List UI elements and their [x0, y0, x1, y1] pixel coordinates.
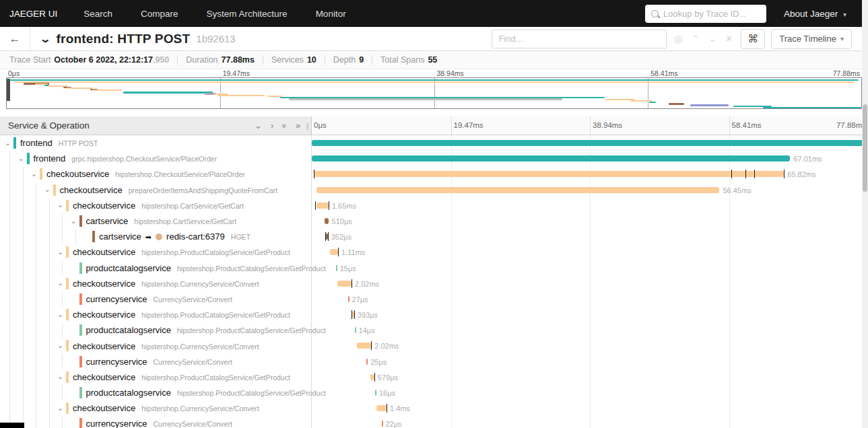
- row-collapse-chevron-icon[interactable]: ⌄: [57, 341, 63, 350]
- span-duration-bar[interactable]: [370, 374, 374, 380]
- tree-row[interactable]: ⌄frontendgrpc.hipstershop.CheckoutServic…: [0, 151, 311, 166]
- service-color-bar: [92, 231, 95, 242]
- span-bar-row[interactable]: 16μs: [312, 385, 868, 400]
- span-duration-bar[interactable]: [336, 265, 337, 271]
- span-duration-bar[interactable]: [312, 155, 790, 162]
- span-bar-row[interactable]: 15μs: [312, 260, 868, 276]
- span-bar-row[interactable]: 22μs: [312, 416, 868, 428]
- span-bar-row[interactable]: 67.01ms: [312, 151, 868, 166]
- tree-guide-line: [23, 322, 24, 338]
- span-duration-bar[interactable]: [376, 405, 387, 411]
- back-button[interactable]: ←: [0, 27, 30, 50]
- operation-name: CurrencyService/Convert: [154, 295, 232, 304]
- span-duration-bar[interactable]: [382, 421, 383, 427]
- collapse-one-icon[interactable]: ⌄: [255, 120, 262, 131]
- keyboard-shortcuts-button[interactable]: ⌘: [741, 29, 765, 49]
- span-bar-row[interactable]: [312, 135, 868, 151]
- row-collapse-chevron-icon[interactable]: ⌄: [57, 201, 63, 209]
- span-duration-bar[interactable]: [330, 249, 338, 255]
- nav-item-system-architecture[interactable]: System Architecture: [193, 9, 302, 19]
- row-collapse-chevron-icon[interactable]: ⌄: [57, 279, 63, 287]
- service-name: checkoutservice: [73, 247, 135, 257]
- span-bar-row[interactable]: 27μs: [312, 291, 868, 307]
- tree-row[interactable]: ⌄checkoutserviceprepareOrderItemsAndShip…: [0, 182, 311, 198]
- tree-row[interactable]: currencyserviceCurrencyService/Convert: [0, 354, 311, 369]
- span-bar-row[interactable]: 352μs: [312, 229, 868, 244]
- span-bar-row[interactable]: 1.65ms: [312, 198, 868, 213]
- nav-item-search[interactable]: Search: [69, 9, 127, 19]
- tree-row[interactable]: ⌄checkoutservicehipstershop.CurrencyServ…: [0, 400, 311, 416]
- expand-one-icon[interactable]: ›: [271, 120, 273, 131]
- page-scrollbar[interactable]: [862, 0, 868, 428]
- trace-view-selector[interactable]: Trace Timeline ▾: [771, 29, 852, 49]
- tree-row[interactable]: ⌄checkoutservicehipstershop.ProductCatal…: [0, 369, 311, 385]
- trace-id-input[interactable]: [663, 9, 760, 19]
- tree-row[interactable]: currencyserviceCurrencyService/Convert: [0, 416, 311, 428]
- row-collapse-chevron-icon[interactable]: ⌄: [57, 372, 63, 381]
- span-duration-bar[interactable]: [357, 343, 371, 349]
- clear-find-icon[interactable]: ✕: [725, 34, 733, 44]
- span-bar-row[interactable]: 1.4ms: [312, 400, 868, 416]
- span-duration-bar[interactable]: [316, 187, 720, 193]
- row-collapse-chevron-icon[interactable]: ⌄: [57, 404, 63, 413]
- span-duration-bar[interactable]: [348, 296, 349, 302]
- locate-icon[interactable]: ◎: [673, 33, 682, 45]
- span-duration-bar[interactable]: [375, 390, 376, 396]
- tree-row[interactable]: ⌄checkoutservicehipstershop.CurrencyServ…: [0, 338, 311, 353]
- scrollbar-thumb[interactable]: [863, 104, 867, 192]
- span-bar-row[interactable]: 56.45ms: [312, 182, 868, 198]
- tree-row[interactable]: ⌄checkoutservicehipstershop.CheckoutServ…: [0, 166, 311, 182]
- row-collapse-chevron-icon[interactable]: ⌄: [44, 185, 51, 194]
- tree-row[interactable]: ⌄checkoutservicehipstershop.ProductCatal…: [0, 307, 311, 322]
- collapse-trace-chevron-icon[interactable]: ⌄: [39, 33, 51, 45]
- span-bar-row[interactable]: 2.02ms: [312, 338, 868, 353]
- tree-row[interactable]: ⌄frontendHTTP POST: [0, 135, 311, 151]
- span-bar-row[interactable]: 2.02ms: [312, 276, 868, 291]
- tree-row[interactable]: ⌄checkoutservicehipstershop.ProductCatal…: [0, 244, 311, 260]
- next-result-icon[interactable]: ⌄: [708, 34, 716, 44]
- tree-guide-line: [23, 307, 24, 322]
- span-bar-row[interactable]: 393μs: [312, 307, 868, 322]
- tree-row[interactable]: ⌄checkoutservicehipstershop.CurrencyServ…: [0, 276, 311, 291]
- span-rows-area: ⌄frontendHTTP POST⌄frontendgrpc.hipsters…: [0, 135, 868, 428]
- span-duration-bar[interactable]: [312, 140, 868, 146]
- row-collapse-chevron-icon[interactable]: ⌄: [31, 170, 37, 178]
- span-bar-row[interactable]: 25μs: [312, 354, 868, 369]
- nav-item-compare[interactable]: Compare: [127, 9, 193, 19]
- find-box[interactable]: [492, 30, 667, 48]
- find-input[interactable]: [498, 34, 660, 44]
- span-bar-row[interactable]: 579μs: [312, 369, 868, 385]
- row-collapse-chevron-icon[interactable]: ⌄: [5, 139, 11, 147]
- row-collapse-chevron-icon[interactable]: ⌄: [18, 154, 24, 163]
- about-jaeger-menu[interactable]: About Jaeger ▾: [784, 9, 846, 19]
- span-duration-bar[interactable]: [366, 359, 368, 365]
- brand-logo[interactable]: JAEGER UI: [0, 9, 69, 19]
- tree-row[interactable]: ⌄cartservicehipstershop.CartService/GetC…: [0, 213, 311, 229]
- span-duration-bar[interactable]: [314, 171, 784, 177]
- row-collapse-chevron-icon[interactable]: ⌄: [57, 248, 63, 256]
- tree-row[interactable]: productcatalogservicehipstershop.Product…: [0, 385, 311, 400]
- prev-result-icon[interactable]: ⌃: [692, 34, 699, 44]
- span-duration-bar[interactable]: [316, 203, 329, 209]
- row-collapse-chevron-icon[interactable]: ⌄: [71, 217, 77, 225]
- collapse-all-icon[interactable]: »: [280, 123, 290, 128]
- column-resizer-grip[interactable]: ||: [306, 122, 311, 130]
- tree-row[interactable]: currencyserviceCurrencyService/Convert: [0, 291, 311, 307]
- span-bar-row[interactable]: 65.82ms: [312, 166, 868, 182]
- nav-item-monitor[interactable]: Monitor: [302, 9, 360, 19]
- span-bar-row[interactable]: 14μs: [312, 322, 868, 338]
- tree-row[interactable]: cartservice➡redis-cart:6379HGET: [0, 229, 311, 244]
- span-duration-bar[interactable]: [337, 281, 352, 287]
- minimap-scrub-handle[interactable]: [7, 79, 10, 101]
- tree-row[interactable]: ⌄checkoutservicehipstershop.CartService/…: [0, 198, 311, 213]
- tree-row[interactable]: productcatalogservicehipstershop.Product…: [0, 322, 311, 338]
- span-duration-bar[interactable]: [325, 218, 328, 224]
- expand-all-icon[interactable]: »: [296, 120, 300, 131]
- span-bar-row[interactable]: 510μs: [312, 213, 868, 229]
- tree-row[interactable]: productcatalogservicehipstershop.Product…: [0, 260, 311, 276]
- span-duration-bar[interactable]: [355, 327, 356, 333]
- trace-minimap[interactable]: [6, 77, 862, 109]
- span-bar-row[interactable]: 1.11ms: [312, 244, 868, 260]
- trace-id-lookup[interactable]: [645, 5, 766, 23]
- row-collapse-chevron-icon[interactable]: ⌄: [57, 310, 63, 319]
